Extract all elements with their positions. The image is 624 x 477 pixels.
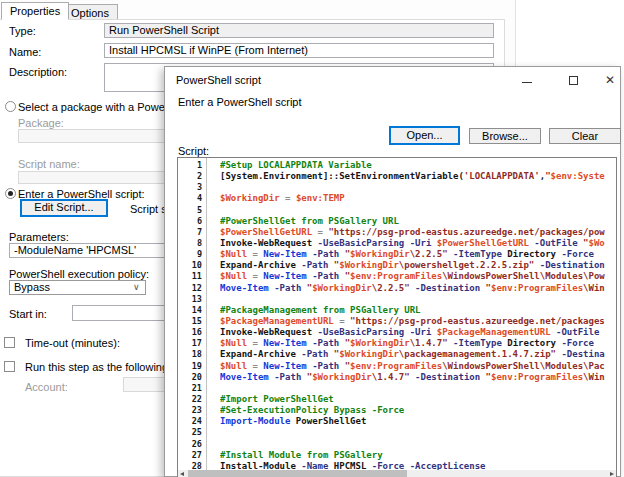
line-number: 16: [178, 327, 202, 338]
code-line: 7$PowerShellGetURL = "https://psg-prod-e…: [178, 227, 616, 238]
name-field[interactable]: Install HPCMSL if WinPE (From Internet): [104, 43, 494, 58]
code-line: 3: [178, 182, 616, 193]
radio-select-package[interactable]: [5, 101, 16, 112]
scrollbar-thumb[interactable]: [188, 470, 407, 477]
chevron-down-icon: ∨: [133, 284, 140, 291]
radio-select-package-label: Select a package with a PowerShe: [18, 101, 188, 113]
code-line: 24Import-Module PowerShellGet: [178, 416, 616, 427]
line-number: 1: [178, 160, 202, 171]
line-number: 15: [178, 316, 202, 327]
maximize-button[interactable]: [563, 70, 583, 90]
package-label: Package:: [18, 117, 64, 129]
code-line: 6#PowerShellGet from PSGallery URL: [178, 216, 616, 227]
line-number: 14: [178, 305, 202, 316]
edit-script-button[interactable]: Edit Script...: [20, 199, 108, 217]
clear-button[interactable]: Clear: [549, 128, 621, 144]
execution-policy-select[interactable]: Bypass ∨: [9, 280, 146, 295]
dialog-titlebar[interactable]: PowerShell script ✕: [165, 67, 620, 93]
line-number: 11: [178, 271, 202, 282]
start-in-label: Start in:: [9, 308, 47, 320]
code-line: 5: [178, 205, 616, 216]
line-number: 2: [178, 171, 202, 182]
line-number: 8: [178, 238, 202, 249]
line-number: 22: [178, 394, 202, 405]
line-number: 5: [178, 205, 202, 216]
browse-button[interactable]: Browse...: [469, 128, 541, 144]
close-icon: ✕: [605, 73, 615, 87]
code-line: 14#PackageManagement from PSGallery URL: [178, 305, 616, 316]
script-editor[interactable]: 1#Setup LOCALAPPDATA Variable2[System.En…: [177, 157, 617, 477]
name-label: Name:: [9, 46, 41, 58]
line-number: 25: [178, 427, 202, 438]
code-line: 13: [178, 294, 616, 305]
timeout-checkbox[interactable]: [4, 337, 15, 348]
dialog-title: PowerShell script: [176, 74, 261, 86]
code-line: 10Expand-Archive -Path "$WorkingDir\powe…: [178, 260, 616, 271]
code-line: 25: [178, 427, 616, 438]
line-number: 20: [178, 372, 202, 383]
type-field: Run PowerShell Script: [104, 23, 494, 38]
code-line: 26: [178, 439, 616, 450]
close-button[interactable]: ✕: [600, 70, 620, 90]
script-editor-lines: 1#Setup LOCALAPPDATA Variable2[System.En…: [178, 160, 616, 472]
script-name-label: Script name:: [18, 158, 80, 170]
code-line: 1#Setup LOCALAPPDATA Variable: [178, 160, 616, 171]
code-line: 15$PackageManagementURL = "https://psg-p…: [178, 316, 616, 327]
execution-policy-label: PowerShell execution policy:: [9, 268, 149, 280]
code-line: 18Expand-Archive -Path "$WorkingDir\pack…: [178, 349, 616, 360]
line-number: 3: [178, 182, 202, 193]
line-number: 26: [178, 439, 202, 450]
line-number: 17: [178, 338, 202, 349]
line-number: 7: [178, 227, 202, 238]
line-number: 18: [178, 349, 202, 360]
line-number: 12: [178, 283, 202, 294]
minimize-button[interactable]: [517, 70, 537, 90]
type-label: Type:: [9, 25, 36, 37]
code-line: 11$Null = New-Item -Path "$env:ProgramFi…: [178, 271, 616, 282]
account-label: Account:: [25, 381, 68, 393]
powershell-script-dialog: PowerShell script ✕ Enter a PowerShell s…: [164, 66, 621, 477]
parameters-label: Parameters:: [9, 231, 69, 243]
code-line: 8Invoke-WebRequest -UseBasicParsing -Uri…: [178, 238, 616, 249]
script-label: Script:: [178, 145, 209, 157]
minimize-icon: [522, 82, 532, 83]
code-line: 9$Null = New-Item -Path "$WorkingDir\2.2…: [178, 249, 616, 260]
open-button[interactable]: Open...: [389, 126, 460, 145]
horizontal-scrollbar[interactable]: [178, 470, 616, 477]
line-number: 10: [178, 260, 202, 271]
maximize-icon: [569, 76, 578, 85]
timeout-label: Time-out (minutes):: [25, 337, 120, 349]
line-number: 9: [178, 249, 202, 260]
code-line: 2[System.Environment]::SetEnvironmentVar…: [178, 171, 616, 182]
line-number: 13: [178, 294, 202, 305]
scroll-right-button[interactable]: [607, 470, 616, 477]
line-number: 19: [178, 361, 202, 372]
code-line: 4$WorkingDir = $env:TEMP: [178, 193, 616, 204]
run-as-checkbox[interactable]: [4, 361, 15, 372]
code-line: 23#Set-ExecutionPolicy Bypass -Force: [178, 405, 616, 416]
scroll-right-icon: [610, 472, 614, 476]
radio-enter-script[interactable]: [5, 188, 16, 199]
code-line: 21: [178, 383, 616, 394]
description-label: Description:: [9, 66, 67, 78]
scroll-left-button[interactable]: [178, 470, 187, 477]
line-number: 27: [178, 450, 202, 461]
code-line: 19$Null = New-Item -Path "$env:ProgramFi…: [178, 361, 616, 372]
code-line: 12Move-Item -Path "$WorkingDir\2.2.5" -D…: [178, 283, 616, 294]
tab-options[interactable]: Options: [62, 4, 118, 20]
code-line: 22#Import PowerShellGet: [178, 394, 616, 405]
code-line: 20Move-Item -Path "$WorkingDir\1.4.7" -D…: [178, 372, 616, 383]
line-number: 21: [178, 383, 202, 394]
tab-properties[interactable]: Properties: [1, 2, 69, 20]
code-line: 27#Install Module from PSGallery: [178, 450, 616, 461]
code-line: 16Invoke-WebRequest -UseBasicParsing -Ur…: [178, 327, 616, 338]
execution-policy-value: Bypass: [14, 281, 50, 293]
line-number: 4: [178, 193, 202, 204]
line-number: 23: [178, 405, 202, 416]
line-number: 6: [178, 216, 202, 227]
code-line: 17$Null = New-Item -Path "$WorkingDir\1.…: [178, 338, 616, 349]
scroll-left-icon: [180, 472, 184, 476]
dialog-subtitle: Enter a PowerShell script: [178, 96, 302, 108]
line-number: 24: [178, 416, 202, 427]
